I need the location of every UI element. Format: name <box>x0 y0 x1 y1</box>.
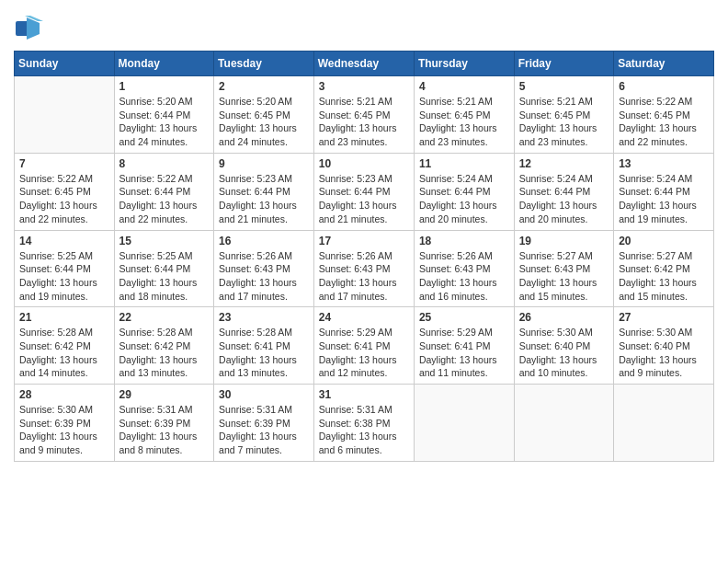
day-number: 11 <box>419 157 509 170</box>
day-number: 25 <box>419 311 509 324</box>
day-number: 22 <box>119 311 210 324</box>
day-info: Sunrise: 5:22 AM Sunset: 6:44 PM Dayligh… <box>119 172 210 226</box>
day-number: 8 <box>119 157 210 170</box>
day-cell: 14Sunrise: 5:25 AM Sunset: 6:44 PM Dayli… <box>15 230 115 307</box>
day-info: Sunrise: 5:20 AM Sunset: 6:45 PM Dayligh… <box>219 95 309 149</box>
day-cell: 25Sunrise: 5:29 AM Sunset: 6:41 PM Dayli… <box>414 307 514 385</box>
day-info: Sunrise: 5:23 AM Sunset: 6:44 PM Dayligh… <box>219 172 309 226</box>
day-number: 29 <box>119 388 210 401</box>
day-cell: 13Sunrise: 5:24 AM Sunset: 6:44 PM Dayli… <box>614 153 714 230</box>
day-info: Sunrise: 5:20 AM Sunset: 6:44 PM Dayligh… <box>119 95 210 149</box>
day-cell: 8Sunrise: 5:22 AM Sunset: 6:44 PM Daylig… <box>114 153 214 230</box>
logo <box>14 14 47 43</box>
day-number: 19 <box>519 235 609 247</box>
day-info: Sunrise: 5:27 AM Sunset: 6:43 PM Dayligh… <box>519 249 609 304</box>
day-cell: 7Sunrise: 5:22 AM Sunset: 6:45 PM Daylig… <box>15 153 115 230</box>
day-number: 17 <box>319 235 409 247</box>
day-info: Sunrise: 5:26 AM Sunset: 6:43 PM Dayligh… <box>319 249 409 304</box>
day-cell: 6Sunrise: 5:22 AM Sunset: 6:45 PM Daylig… <box>614 76 714 154</box>
day-cell: 21Sunrise: 5:28 AM Sunset: 6:42 PM Dayli… <box>15 307 115 385</box>
day-number: 31 <box>319 388 409 401</box>
calendar-body: 1Sunrise: 5:20 AM Sunset: 6:44 PM Daylig… <box>15 76 714 462</box>
day-cell: 9Sunrise: 5:23 AM Sunset: 6:44 PM Daylig… <box>214 153 314 230</box>
day-cell: 24Sunrise: 5:29 AM Sunset: 6:41 PM Dayli… <box>313 307 414 385</box>
day-info: Sunrise: 5:25 AM Sunset: 6:44 PM Dayligh… <box>119 249 210 304</box>
day-number: 2 <box>219 80 309 93</box>
day-info: Sunrise: 5:29 AM Sunset: 6:41 PM Dayligh… <box>419 326 509 380</box>
day-info: Sunrise: 5:31 AM Sunset: 6:38 PM Dayligh… <box>319 403 409 457</box>
day-cell <box>614 385 714 462</box>
calendar-table: SundayMondayTuesdayWednesdayThursdayFrid… <box>14 51 714 462</box>
day-cell: 30Sunrise: 5:31 AM Sunset: 6:39 PM Dayli… <box>214 385 314 462</box>
day-info: Sunrise: 5:28 AM Sunset: 6:42 PM Dayligh… <box>19 326 109 380</box>
day-header-saturday: Saturday <box>614 52 714 76</box>
page-header <box>14 14 714 43</box>
day-cell: 28Sunrise: 5:30 AM Sunset: 6:39 PM Dayli… <box>15 385 115 462</box>
day-info: Sunrise: 5:26 AM Sunset: 6:43 PM Dayligh… <box>219 249 309 304</box>
day-number: 9 <box>219 157 309 170</box>
day-header-tuesday: Tuesday <box>214 52 314 76</box>
day-header-wednesday: Wednesday <box>313 52 414 76</box>
day-info: Sunrise: 5:21 AM Sunset: 6:45 PM Dayligh… <box>319 95 409 149</box>
day-info: Sunrise: 5:30 AM Sunset: 6:40 PM Dayligh… <box>619 326 709 380</box>
day-cell: 2Sunrise: 5:20 AM Sunset: 6:45 PM Daylig… <box>214 76 314 154</box>
day-cell: 17Sunrise: 5:26 AM Sunset: 6:43 PM Dayli… <box>313 230 414 307</box>
day-number: 24 <box>319 311 409 324</box>
day-cell: 22Sunrise: 5:28 AM Sunset: 6:42 PM Dayli… <box>114 307 214 385</box>
day-cell: 19Sunrise: 5:27 AM Sunset: 6:43 PM Dayli… <box>514 230 614 307</box>
day-header-thursday: Thursday <box>414 52 514 76</box>
day-cell: 26Sunrise: 5:30 AM Sunset: 6:40 PM Dayli… <box>514 307 614 385</box>
day-number: 30 <box>219 388 309 401</box>
day-cell: 20Sunrise: 5:27 AM Sunset: 6:42 PM Dayli… <box>614 230 714 307</box>
day-number: 6 <box>619 80 709 93</box>
day-info: Sunrise: 5:22 AM Sunset: 6:45 PM Dayligh… <box>19 172 109 226</box>
day-info: Sunrise: 5:24 AM Sunset: 6:44 PM Dayligh… <box>519 172 609 226</box>
day-number: 28 <box>19 388 109 401</box>
day-info: Sunrise: 5:29 AM Sunset: 6:41 PM Dayligh… <box>319 326 409 380</box>
day-cell: 23Sunrise: 5:28 AM Sunset: 6:41 PM Dayli… <box>214 307 314 385</box>
day-cell <box>414 385 514 462</box>
day-info: Sunrise: 5:26 AM Sunset: 6:43 PM Dayligh… <box>419 249 509 304</box>
day-header-sunday: Sunday <box>15 52 115 76</box>
day-cell: 1Sunrise: 5:20 AM Sunset: 6:44 PM Daylig… <box>114 76 214 154</box>
day-info: Sunrise: 5:28 AM Sunset: 6:42 PM Dayligh… <box>119 326 210 380</box>
day-cell: 18Sunrise: 5:26 AM Sunset: 6:43 PM Dayli… <box>414 230 514 307</box>
day-number: 16 <box>219 235 309 247</box>
day-info: Sunrise: 5:23 AM Sunset: 6:44 PM Dayligh… <box>319 172 409 226</box>
day-number: 3 <box>319 80 409 93</box>
day-info: Sunrise: 5:24 AM Sunset: 6:44 PM Dayligh… <box>419 172 509 226</box>
day-cell: 31Sunrise: 5:31 AM Sunset: 6:38 PM Dayli… <box>313 385 414 462</box>
week-row-3: 14Sunrise: 5:25 AM Sunset: 6:44 PM Dayli… <box>15 230 714 307</box>
day-number: 18 <box>419 235 509 247</box>
day-info: Sunrise: 5:28 AM Sunset: 6:41 PM Dayligh… <box>219 326 309 380</box>
day-number: 27 <box>619 311 709 324</box>
day-header-monday: Monday <box>114 52 214 76</box>
day-number: 26 <box>519 311 609 324</box>
day-number: 15 <box>119 235 210 247</box>
day-cell: 15Sunrise: 5:25 AM Sunset: 6:44 PM Dayli… <box>114 230 214 307</box>
day-info: Sunrise: 5:30 AM Sunset: 6:39 PM Dayligh… <box>19 403 109 457</box>
day-cell: 29Sunrise: 5:31 AM Sunset: 6:39 PM Dayli… <box>114 385 214 462</box>
day-cell <box>514 385 614 462</box>
day-info: Sunrise: 5:22 AM Sunset: 6:45 PM Dayligh… <box>619 95 709 149</box>
day-cell: 16Sunrise: 5:26 AM Sunset: 6:43 PM Dayli… <box>214 230 314 307</box>
day-cell: 12Sunrise: 5:24 AM Sunset: 6:44 PM Dayli… <box>514 153 614 230</box>
day-cell <box>15 76 115 154</box>
week-row-2: 7Sunrise: 5:22 AM Sunset: 6:45 PM Daylig… <box>15 153 714 230</box>
day-info: Sunrise: 5:30 AM Sunset: 6:40 PM Dayligh… <box>519 326 609 380</box>
day-number: 10 <box>319 157 409 170</box>
week-row-5: 28Sunrise: 5:30 AM Sunset: 6:39 PM Dayli… <box>15 385 714 462</box>
day-number: 4 <box>419 80 509 93</box>
day-cell: 10Sunrise: 5:23 AM Sunset: 6:44 PM Dayli… <box>313 153 414 230</box>
day-number: 21 <box>19 311 109 324</box>
day-cell: 3Sunrise: 5:21 AM Sunset: 6:45 PM Daylig… <box>313 76 414 154</box>
week-row-4: 21Sunrise: 5:28 AM Sunset: 6:42 PM Dayli… <box>15 307 714 385</box>
day-number: 12 <box>519 157 609 170</box>
day-info: Sunrise: 5:27 AM Sunset: 6:42 PM Dayligh… <box>619 249 709 304</box>
days-header-row: SundayMondayTuesdayWednesdayThursdayFrid… <box>15 52 714 76</box>
day-info: Sunrise: 5:31 AM Sunset: 6:39 PM Dayligh… <box>219 403 309 457</box>
day-info: Sunrise: 5:24 AM Sunset: 6:44 PM Dayligh… <box>619 172 709 226</box>
day-cell: 4Sunrise: 5:21 AM Sunset: 6:45 PM Daylig… <box>414 76 514 154</box>
day-cell: 27Sunrise: 5:30 AM Sunset: 6:40 PM Dayli… <box>614 307 714 385</box>
week-row-1: 1Sunrise: 5:20 AM Sunset: 6:44 PM Daylig… <box>15 76 714 154</box>
